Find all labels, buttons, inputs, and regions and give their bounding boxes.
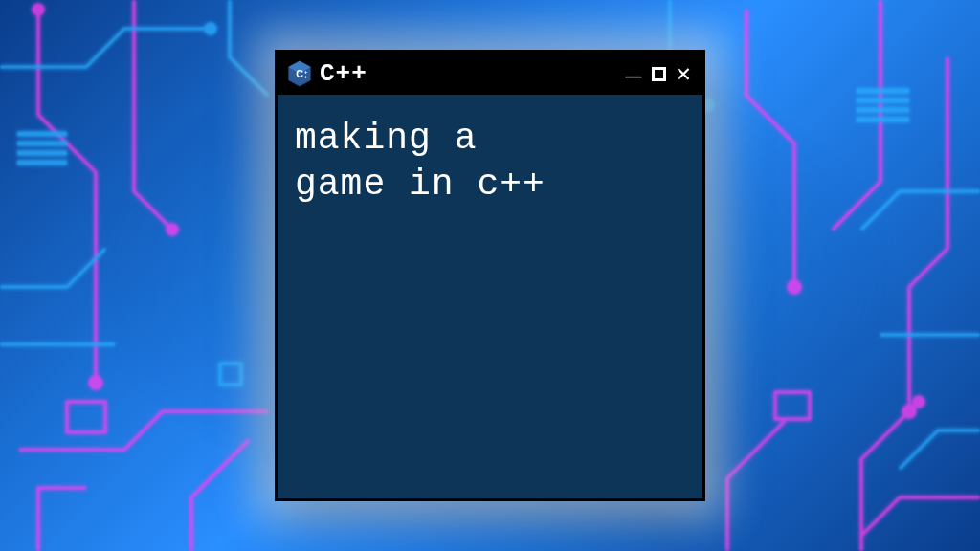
svg-text:C: C bbox=[296, 68, 303, 79]
title-left-group: C + + C++ bbox=[287, 59, 368, 88]
application-window: C + + C++ _ ✕ making a game in c++ bbox=[275, 50, 705, 501]
svg-point-3 bbox=[167, 225, 177, 234]
titlebar[interactable]: C + + C++ _ ✕ bbox=[278, 53, 702, 95]
svg-point-1 bbox=[33, 5, 43, 14]
window-controls: _ ✕ bbox=[624, 58, 693, 89]
close-icon[interactable]: ✕ bbox=[674, 58, 693, 89]
svg-point-9 bbox=[206, 24, 215, 33]
window-content-text: making a game in c++ bbox=[278, 95, 702, 228]
svg-point-2 bbox=[90, 377, 101, 388]
svg-point-5 bbox=[789, 281, 800, 293]
svg-point-8 bbox=[914, 397, 924, 407]
maximize-icon[interactable] bbox=[649, 67, 668, 81]
cpp-icon: C + + bbox=[287, 60, 312, 87]
window-title: C++ bbox=[320, 59, 368, 88]
